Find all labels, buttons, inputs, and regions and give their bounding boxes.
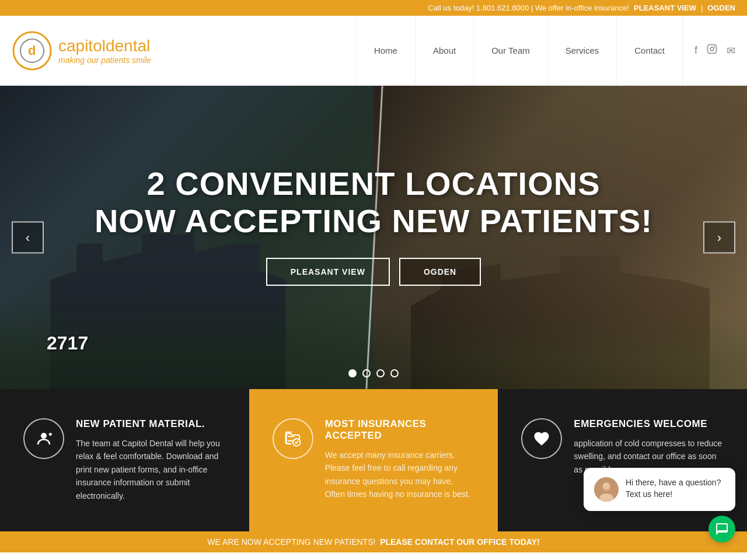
svg-rect-3 <box>708 45 717 54</box>
address-number: 2717 <box>47 332 88 354</box>
email-icon[interactable]: ✉ <box>727 44 735 57</box>
top-bar-ogden-link[interactable]: OGDEN <box>707 4 735 12</box>
nav-home[interactable]: Home <box>356 16 415 86</box>
hero-line1: 2 CONVENIENT LOCATIONS <box>0 165 747 202</box>
new-patient-icon <box>23 418 64 459</box>
svg-point-4 <box>710 47 714 51</box>
insurance-icon <box>273 418 313 459</box>
facebook-icon[interactable]: f <box>694 44 697 57</box>
top-bar-pleasant-view-link[interactable]: PLEASANT VIEW <box>634 4 696 12</box>
logo[interactable]: d capitoldental making our patients smil… <box>12 30 151 71</box>
hero-dot-4[interactable] <box>390 369 399 377</box>
svg-text:d: d <box>28 43 36 58</box>
nav-about[interactable]: About <box>415 16 473 86</box>
emergency-title: EMERGENCIES WELCOME <box>574 418 724 430</box>
hero-dot-1[interactable] <box>348 369 357 377</box>
logo-text: capitoldental making our patients smile <box>58 37 151 65</box>
top-bar-call-text: Call us today! 1.801.621.8000 | We offer… <box>428 4 629 12</box>
new-patient-desc: The team at Capitol Dental will help you… <box>76 437 226 502</box>
chat-avatar <box>594 477 619 502</box>
insurance-title: MOST INSURANCES ACCEPTED <box>325 418 475 442</box>
svg-point-6 <box>41 433 47 439</box>
nav-our-team[interactable]: Our Team <box>473 16 547 86</box>
hero-dot-2[interactable] <box>362 369 371 377</box>
top-bar-separator: | <box>701 4 703 12</box>
hero-next-button[interactable]: › <box>703 222 735 254</box>
insurance-text: MOST INSURANCES ACCEPTED We accept many … <box>325 418 475 501</box>
bottom-bar-cta: PLEASE CONTACT OUR OFFICE TODAY! <box>380 537 540 547</box>
hero-slider: 2717 ‹ › 2 CONVENIENT LOCATIONS NOW ACCE… <box>0 86 747 389</box>
feature-insurance: MOST INSURANCES ACCEPTED We accept many … <box>249 389 498 531</box>
svg-point-5 <box>714 46 715 47</box>
bottom-bar-text: WE ARE NOW ACCEPTING NEW PATIENTS! <box>207 537 375 547</box>
social-icons: f ✉ <box>682 16 735 86</box>
new-patient-text: NEW PATIENT MATERIAL. The team at Capito… <box>76 418 226 502</box>
insurance-desc: We accept many insurance carriers. Pleas… <box>325 449 475 501</box>
hero-pleasant-view-button[interactable]: PLEASANT VIEW <box>266 258 390 286</box>
chat-bubble: Hi there, have a question? Text us here! <box>584 468 735 511</box>
hero-line2: NOW ACCEPTING NEW PATIENTS! <box>0 202 747 240</box>
hero-dots <box>348 369 399 377</box>
new-patient-title: NEW PATIENT MATERIAL. <box>76 418 226 430</box>
feature-new-patient: NEW PATIENT MATERIAL. The team at Capito… <box>0 389 249 531</box>
chat-message: Hi there, have a question? Text us here! <box>626 477 725 500</box>
top-bar: Call us today! 1.801.621.8000 | We offer… <box>0 0 747 16</box>
svg-point-14 <box>603 482 610 489</box>
hero-prev-button[interactable]: ‹ <box>12 222 44 254</box>
nav-services[interactable]: Services <box>547 16 617 86</box>
logo-icon: d <box>12 30 53 71</box>
instagram-icon[interactable] <box>707 44 717 57</box>
header: d capitoldental making our patients smil… <box>0 16 747 86</box>
logo-tagline: making our patients smile <box>58 55 151 65</box>
logo-name: capitoldental <box>58 37 151 55</box>
hero-content: 2 CONVENIENT LOCATIONS NOW ACCEPTING NEW… <box>0 165 747 286</box>
chat-widget: Hi there, have a question? Text us here! <box>584 468 735 542</box>
main-nav: Home About Our Team Services Contact f ✉ <box>356 16 735 85</box>
nav-contact[interactable]: Contact <box>616 16 682 86</box>
hero-title: 2 CONVENIENT LOCATIONS NOW ACCEPTING NEW… <box>0 165 747 240</box>
hero-ogden-button[interactable]: OGDEN <box>399 258 481 286</box>
chat-open-button[interactable] <box>708 516 735 542</box>
hero-dot-3[interactable] <box>376 369 385 377</box>
hero-buttons: PLEASANT VIEW OGDEN <box>0 258 747 286</box>
emergency-icon <box>521 418 562 459</box>
